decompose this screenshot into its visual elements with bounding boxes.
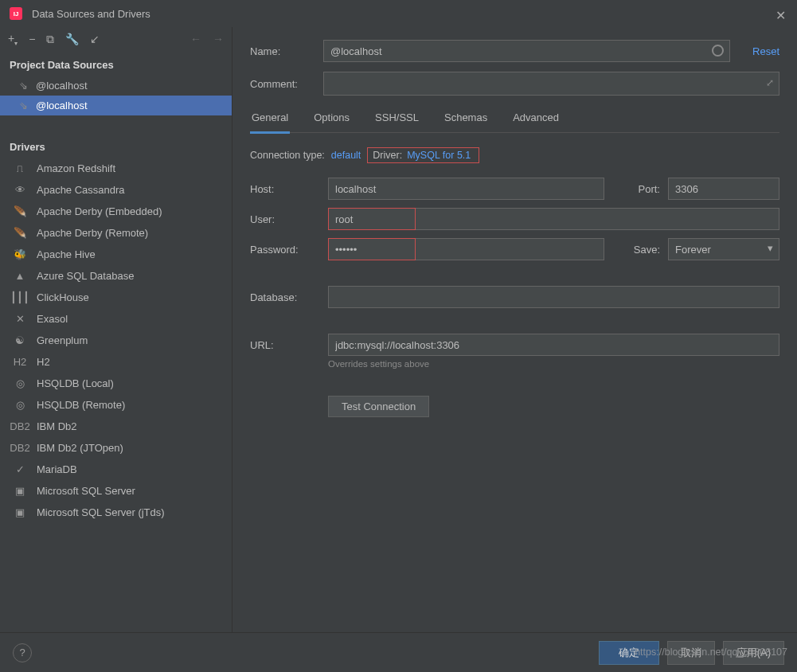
project-sources-header: Project Data Sources — [0, 51, 232, 76]
driver-icon: 🐝 — [13, 248, 27, 260]
driver-icon: ◎ — [13, 377, 27, 389]
copy-icon[interactable]: ⧉ — [46, 33, 54, 46]
driver-icon: DB2 — [13, 420, 27, 432]
port-input[interactable] — [668, 178, 779, 200]
driver-icon: ▣ — [13, 506, 27, 518]
driver-item[interactable]: 🪶Apache Derby (Embedded) — [0, 201, 232, 222]
back-icon[interactable]: ← — [190, 33, 201, 45]
save-label: Save: — [612, 244, 660, 256]
driver-item[interactable]: DB2IBM Db2 — [0, 416, 232, 437]
driver-icon: ┃┃┃ — [13, 291, 27, 303]
tab-advanced[interactable]: Advanced — [511, 105, 561, 132]
apply-button[interactable]: 应用(A) — [723, 641, 784, 665]
test-connection-button[interactable]: Test Connection — [328, 396, 429, 417]
tab-schemas[interactable]: Schemas — [443, 105, 489, 132]
data-source-item[interactable]: ⇘ @localhost — [0, 96, 232, 115]
driver-link[interactable]: MySQL for 5.1 — [407, 150, 471, 161]
url-label: URL: — [250, 339, 320, 351]
close-icon[interactable]: ✕ — [776, 8, 786, 23]
port-label: Port: — [612, 183, 660, 195]
driver-box: Driver: MySQL for 5.1 — [367, 147, 479, 163]
driver-label: Amazon Redshift — [37, 162, 115, 174]
wrench-icon[interactable]: 🔧 — [65, 33, 79, 45]
user-input-ext[interactable] — [416, 208, 779, 230]
cancel-button[interactable]: 取消 — [667, 641, 715, 665]
url-hint: Overrides settings above — [328, 359, 779, 369]
tabs: General Options SSH/SSL Schemas Advanced — [250, 105, 779, 133]
sidebar-toolbar: +▾ − ⧉ 🔧 ↙ ← → — [0, 27, 232, 51]
database-icon: ⇘ — [19, 80, 28, 92]
driver-icon: ◎ — [13, 399, 27, 411]
sidebar: +▾ − ⧉ 🔧 ↙ ← → Project Data Sources ⇘ @l… — [0, 27, 232, 632]
titlebar: IJ Data Sources and Drivers ✕ — [0, 0, 797, 27]
name-input[interactable] — [323, 40, 730, 62]
driver-item[interactable]: 🐝Apache Hive — [0, 244, 232, 265]
driver-item[interactable]: ◎HSQLDB (Local) — [0, 373, 232, 394]
password-label: Password: — [250, 244, 320, 256]
database-icon: ⇘ — [19, 100, 28, 111]
tab-options[interactable]: Options — [312, 105, 351, 132]
ok-button[interactable]: 确定 — [599, 641, 659, 665]
driver-label: Microsoft SQL Server — [37, 485, 135, 497]
comment-input[interactable]: ⤢ — [323, 72, 779, 96]
add-icon[interactable]: +▾ — [8, 32, 18, 47]
driver-label: Driver: — [373, 150, 402, 161]
help-icon[interactable]: ? — [13, 643, 32, 662]
remove-icon[interactable]: − — [29, 33, 35, 45]
driver-item[interactable]: ▣Microsoft SQL Server (jTds) — [0, 502, 232, 523]
loader-icon — [712, 45, 724, 57]
driver-label: HSQLDB (Local) — [37, 377, 114, 389]
reset-link[interactable]: Reset — [752, 45, 779, 57]
driver-icon: 🪶 — [13, 227, 27, 239]
host-input[interactable] — [328, 178, 604, 200]
driver-item[interactable]: 🪶Apache Derby (Remote) — [0, 222, 232, 244]
data-source-label: @localhost — [36, 100, 88, 111]
driver-item[interactable]: ☯Greenplum — [0, 330, 232, 351]
user-input[interactable] — [328, 208, 416, 230]
driver-icon: H2 — [13, 356, 27, 368]
forward-icon[interactable]: → — [213, 33, 224, 45]
driver-icon: ☯ — [13, 334, 27, 346]
driver-item[interactable]: ┃┃┃ClickHouse — [0, 287, 232, 308]
driver-item[interactable]: 👁Apache Cassandra — [0, 179, 232, 201]
url-input[interactable] — [328, 334, 779, 356]
password-input-ext[interactable] — [416, 238, 604, 260]
comment-label: Comment: — [250, 78, 315, 90]
data-source-label: @localhost — [36, 80, 88, 92]
tab-ssh-ssl[interactable]: SSH/SSL — [373, 105, 420, 132]
driver-label: MariaDB — [37, 463, 77, 475]
driver-item[interactable]: ▲Azure SQL Database — [0, 265, 232, 287]
connection-type-label: Connection type: — [250, 150, 325, 161]
driver-label: Apache Hive — [37, 248, 96, 260]
revert-icon[interactable]: ↙ — [90, 33, 100, 45]
driver-label: Apache Derby (Remote) — [37, 227, 148, 239]
password-input[interactable] — [328, 238, 416, 260]
driver-label: Apache Cassandra — [37, 184, 125, 196]
driver-label: IBM Db2 — [37, 420, 77, 432]
driver-item[interactable]: ✓MariaDB — [0, 459, 232, 480]
driver-icon: ⎍ — [13, 162, 27, 174]
driver-item[interactable]: ◎HSQLDB (Remote) — [0, 394, 232, 416]
connection-type-value[interactable]: default — [331, 150, 361, 161]
driver-label: Greenplum — [37, 334, 88, 346]
driver-label: ClickHouse — [37, 291, 89, 303]
driver-item[interactable]: ✕Exasol — [0, 308, 232, 330]
database-input[interactable] — [328, 286, 779, 308]
driver-label: H2 — [37, 356, 50, 368]
driver-icon: 🪶 — [13, 205, 27, 217]
driver-item[interactable]: ⎍Amazon Redshift — [0, 158, 232, 179]
driver-item[interactable]: H2H2 — [0, 351, 232, 373]
driver-icon: DB2 — [13, 442, 27, 454]
data-source-item[interactable]: ⇘ @localhost — [0, 76, 232, 96]
driver-label: IBM Db2 (JTOpen) — [37, 442, 123, 454]
driver-label: Apache Derby (Embedded) — [37, 205, 162, 217]
driver-icon: ▣ — [13, 485, 27, 497]
driver-item[interactable]: DB2IBM Db2 (JTOpen) — [0, 437, 232, 459]
footer: ? 确定 取消 应用(A) — [0, 632, 797, 672]
tab-general[interactable]: General — [250, 105, 290, 134]
driver-icon: 👁 — [13, 184, 27, 196]
save-select[interactable]: Forever — [668, 238, 779, 260]
expand-icon[interactable]: ⤢ — [766, 77, 774, 88]
driver-item[interactable]: ▣Microsoft SQL Server — [0, 480, 232, 502]
drivers-header: Drivers — [0, 133, 232, 158]
